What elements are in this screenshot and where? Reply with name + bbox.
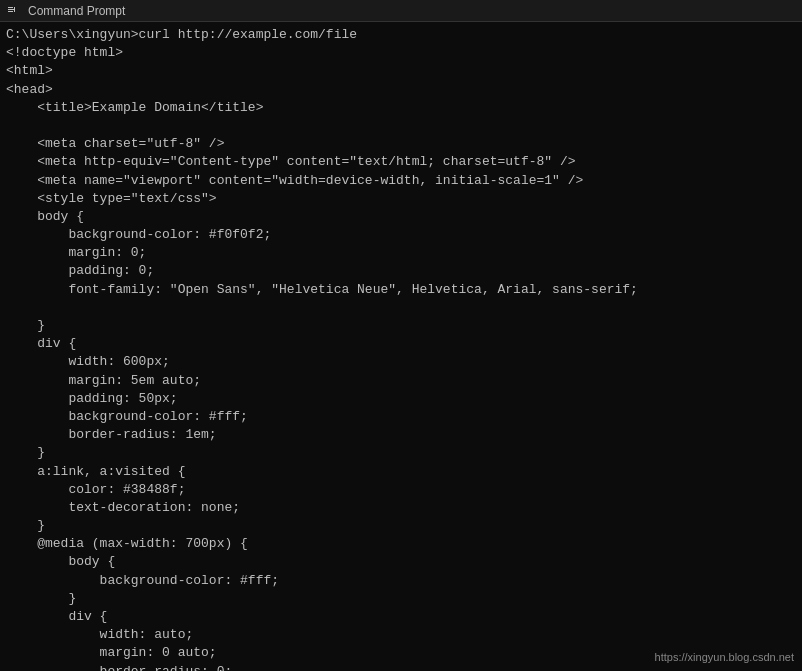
svg-rect-4: [14, 7, 15, 12]
terminal-line: }: [6, 444, 796, 462]
terminal-line: @media (max-width: 700px) {: [6, 535, 796, 553]
terminal-line: width: auto;: [6, 626, 796, 644]
terminal-line: }: [6, 317, 796, 335]
terminal-line: width: 600px;: [6, 353, 796, 371]
terminal-line: background-color: #f0f0f2;: [6, 226, 796, 244]
title-bar: Command Prompt: [0, 0, 802, 22]
terminal-line: color: #38488f;: [6, 481, 796, 499]
terminal-line: <meta charset="utf-8" />: [6, 135, 796, 153]
terminal-line: body {: [6, 553, 796, 571]
terminal-line: a:link, a:visited {: [6, 463, 796, 481]
terminal-line: <meta http-equiv="Content-type" content=…: [6, 153, 796, 171]
terminal-line: }: [6, 517, 796, 535]
terminal-line: text-decoration: none;: [6, 499, 796, 517]
terminal-line: div {: [6, 608, 796, 626]
terminal-line: <head>: [6, 81, 796, 99]
terminal-line: <!doctype html>: [6, 44, 796, 62]
terminal-line: margin: 0;: [6, 244, 796, 262]
title-bar-title: Command Prompt: [28, 4, 125, 18]
watermark: https://xingyun.blog.csdn.net: [655, 651, 794, 663]
terminal-body[interactable]: C:\Users\xingyun>curl http://example.com…: [0, 22, 802, 671]
terminal-line: background-color: #fff;: [6, 408, 796, 426]
terminal-line: border-radius: 1em;: [6, 426, 796, 444]
terminal-line: <style type="text/css">: [6, 190, 796, 208]
title-bar-icon: [6, 3, 22, 19]
terminal-line: border-radius: 0;: [6, 663, 796, 671]
terminal-line: background-color: #fff;: [6, 572, 796, 590]
terminal-line: font-family: "Open Sans", "Helvetica Neu…: [6, 281, 796, 299]
terminal-line: [6, 299, 796, 317]
terminal-line: body {: [6, 208, 796, 226]
terminal-line: <meta name="viewport" content="width=dev…: [6, 172, 796, 190]
terminal-line: C:\Users\xingyun>curl http://example.com…: [6, 26, 796, 44]
svg-rect-2: [8, 9, 15, 10]
terminal-line: padding: 50px;: [6, 390, 796, 408]
terminal-line: <html>: [6, 62, 796, 80]
terminal-line: [6, 117, 796, 135]
svg-rect-1: [8, 7, 13, 8]
terminal-line: padding: 0;: [6, 262, 796, 280]
terminal-line: div {: [6, 335, 796, 353]
terminal-line: margin: 5em auto;: [6, 372, 796, 390]
terminal-line: <title>Example Domain</title>: [6, 99, 796, 117]
terminal-line: }: [6, 590, 796, 608]
svg-rect-3: [8, 11, 13, 12]
